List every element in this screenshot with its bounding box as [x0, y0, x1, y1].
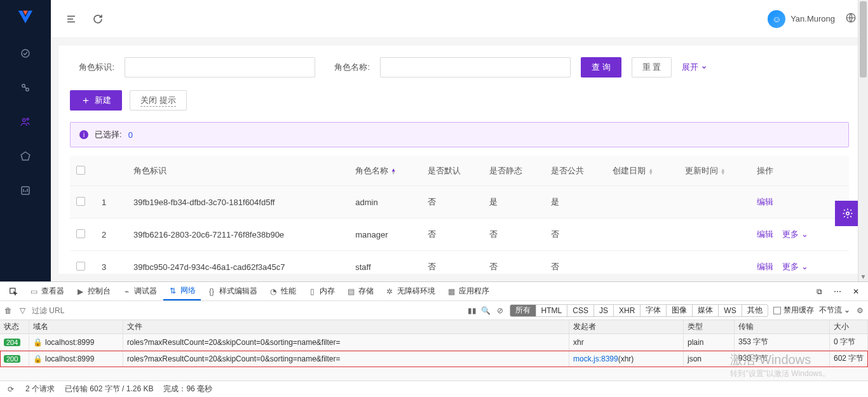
- tab-console[interactable]: ▶控制台: [71, 282, 116, 300]
- svg-marker-5: [21, 152, 30, 160]
- type-media[interactable]: 媒体: [693, 305, 719, 316]
- type-js[interactable]: JS: [594, 305, 614, 316]
- edit-link[interactable]: 编辑: [757, 197, 773, 206]
- status-time: 完成：96 毫秒: [163, 384, 212, 394]
- search-button[interactable]: 查 询: [581, 57, 621, 77]
- table-row[interactable]: 139fb19e8-fb34-dfbd-3c70-181f604fd5ffadm…: [70, 186, 849, 219]
- select-all-checkbox[interactable]: [76, 166, 85, 175]
- type-html[interactable]: HTML: [536, 305, 568, 316]
- svg-point-0: [22, 50, 29, 57]
- row-is-static: 是: [483, 186, 545, 219]
- filter-role-id-input[interactable]: [125, 57, 315, 77]
- row-checkbox[interactable]: [76, 229, 85, 238]
- col-domain[interactable]: 域名: [29, 320, 123, 333]
- tab-network[interactable]: ⇅网络: [163, 282, 201, 300]
- tab-perf[interactable]: ◔性能: [264, 282, 301, 300]
- status-badge: 200: [4, 355, 20, 363]
- sort-icon: ▲▼: [648, 168, 653, 175]
- more-link[interactable]: 更多 ⌄: [782, 229, 808, 239]
- filter-icon[interactable]: ▽: [18, 306, 27, 315]
- type-css[interactable]: CSS: [567, 305, 594, 316]
- type-xhr[interactable]: XHR: [614, 305, 641, 316]
- col-transferred[interactable]: 传输: [735, 320, 830, 333]
- block-icon[interactable]: ⊘: [496, 306, 505, 315]
- filter-role-name-input[interactable]: [380, 57, 571, 77]
- topbar: ☺ Yan.Murong: [51, 0, 868, 38]
- throttle-select[interactable]: 不节流 ⌄: [819, 305, 850, 316]
- table-settings-button[interactable]: [835, 201, 860, 226]
- col-type[interactable]: 类型: [684, 320, 735, 333]
- col-role-id[interactable]: 角色标识: [127, 156, 349, 186]
- reload-icon[interactable]: ⟳: [6, 385, 15, 394]
- devtools-close-icon[interactable]: ✕: [848, 282, 864, 300]
- type-img[interactable]: 图像: [667, 305, 693, 316]
- url-filter-input[interactable]: [32, 306, 108, 315]
- col-created[interactable]: 创建日期▲▼: [606, 156, 678, 186]
- col-size[interactable]: 大小: [830, 320, 868, 333]
- network-row[interactable]: 200🔒localhost:8999roles?maxResultCount=2…: [0, 351, 868, 367]
- tab-inspector[interactable]: ▭查看器: [24, 282, 69, 300]
- page-scrollbar[interactable]: ▲▼: [858, 0, 868, 281]
- close-tip-button[interactable]: 关闭 提示: [130, 90, 187, 111]
- devtools-pick-icon[interactable]: [4, 282, 23, 300]
- devtools-dock-icon[interactable]: ⧉: [811, 282, 827, 300]
- col-status[interactable]: 状态: [0, 320, 29, 333]
- sort-icon: ▲▼: [721, 168, 726, 175]
- type-all[interactable]: 所有: [510, 305, 536, 316]
- col-file[interactable]: 文件: [123, 320, 569, 333]
- settings-icon[interactable]: ⚙: [855, 306, 864, 315]
- nav-item-4[interactable]: [15, 146, 36, 166]
- table-row[interactable]: 339fbc950-247d-934c-46a1-cad62f3a45c7sta…: [70, 251, 849, 274]
- request-initiator: xhr: [569, 334, 684, 350]
- col-updated[interactable]: 更新时间▲▼: [679, 156, 750, 186]
- refresh-icon[interactable]: [89, 10, 107, 28]
- roles-table: 角色标识 角色名称▲▼ 是否默认 是否静态 是否公共 创建日期▲▼ 更新时间▲▼…: [70, 156, 849, 274]
- col-is-default[interactable]: 是否默认: [421, 156, 483, 186]
- new-button[interactable]: ＋新建: [70, 90, 122, 111]
- tab-a11y[interactable]: ✲无障碍环境: [380, 282, 440, 300]
- devtools-more-icon[interactable]: ⋯: [829, 282, 846, 300]
- table-row[interactable]: 239fb6216-2803-20c6-7211-76f8fe38b90eman…: [70, 219, 849, 251]
- nav-item-5[interactable]: [15, 180, 36, 201]
- network-statusbar: ⟳ 2 个请求 已传输 602 字节 / 1.26 KB 完成：96 毫秒: [0, 380, 868, 397]
- row-checkbox[interactable]: [76, 197, 85, 206]
- initiator-link[interactable]: mock.js:8399: [573, 354, 618, 363]
- search-icon[interactable]: 🔍: [482, 306, 491, 315]
- expand-link[interactable]: 展开: [682, 62, 707, 73]
- col-initiator[interactable]: 发起者: [569, 320, 684, 333]
- type-font[interactable]: 字体: [641, 305, 667, 316]
- row-is-public: 否: [545, 251, 606, 274]
- type-ws[interactable]: WS: [719, 305, 742, 316]
- tab-app[interactable]: ▦应用程序: [442, 282, 494, 300]
- col-is-public[interactable]: 是否公共: [545, 156, 606, 186]
- nav-item-roles[interactable]: [15, 112, 36, 132]
- row-checkbox[interactable]: [76, 262, 85, 271]
- type-other[interactable]: 其他: [742, 305, 768, 316]
- tab-memory[interactable]: ▯内存: [302, 282, 340, 300]
- language-icon[interactable]: [845, 12, 857, 25]
- request-type: plain: [684, 334, 735, 350]
- row-is-default: 否: [421, 251, 483, 274]
- nav-item-1[interactable]: [15, 43, 36, 64]
- more-link[interactable]: 更多 ⌄: [782, 262, 808, 271]
- col-role-name[interactable]: 角色名称▲▼: [349, 156, 421, 186]
- edit-link[interactable]: 编辑: [757, 229, 773, 239]
- nav-item-2[interactable]: [15, 77, 36, 98]
- tab-debugger[interactable]: ⌁调试器: [117, 282, 162, 300]
- col-is-static[interactable]: 是否静态: [483, 156, 545, 186]
- menu-toggle-icon[interactable]: [62, 10, 80, 28]
- tab-storage[interactable]: ▤存储: [341, 282, 379, 300]
- app-logo: [14, 6, 37, 29]
- network-row[interactable]: 204🔒localhost:8999roles?maxResultCount=2…: [0, 334, 868, 351]
- disable-cache-checkbox[interactable]: 禁用缓存: [773, 305, 814, 316]
- col-updated-label: 更新时间: [685, 166, 718, 175]
- row-is-public: 否: [545, 219, 606, 251]
- tab-style[interactable]: {}样式编辑器: [202, 282, 262, 300]
- trash-icon[interactable]: 🗑: [4, 306, 13, 315]
- edit-link[interactable]: 编辑: [757, 262, 773, 271]
- pause-icon[interactable]: ▮▮: [468, 306, 477, 315]
- devtools: ▭查看器 ▶控制台 ⌁调试器 ⇅网络 {}样式编辑器 ◔性能 ▯内存 ▤存储 ✲…: [0, 281, 868, 397]
- avatar[interactable]: ☺: [768, 10, 785, 28]
- lock-icon: 🔒: [33, 338, 43, 347]
- reset-button[interactable]: 重 置: [632, 57, 672, 77]
